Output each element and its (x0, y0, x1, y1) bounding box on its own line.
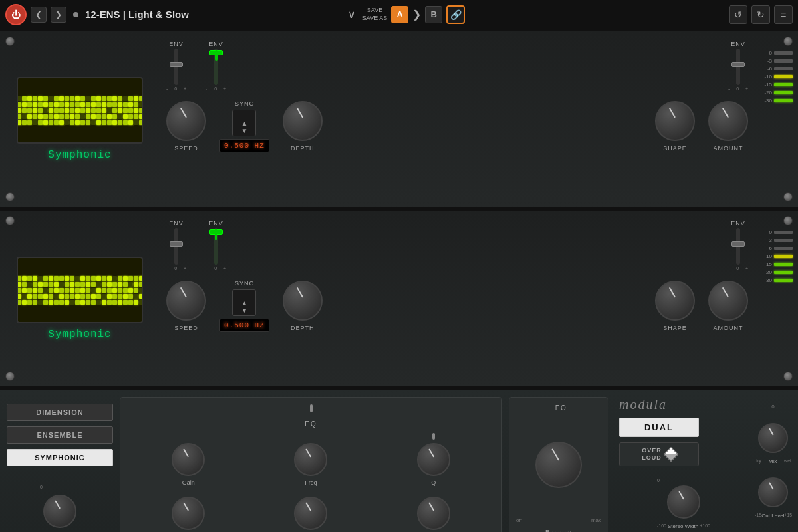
amount-knob-2[interactable] (708, 281, 748, 321)
speed-knob-2[interactable] (166, 281, 206, 321)
screw-tr (783, 37, 793, 46)
symphonic-label-1: Symphonic (48, 149, 111, 161)
shape-label-2: SHAPE (663, 325, 687, 331)
ensemble-button[interactable]: ENSEMBLE (7, 426, 113, 444)
overloud-logo: OVERLOUD (619, 442, 699, 466)
amount-label-1: AMOUNT (714, 145, 743, 152)
sync-box-1[interactable]: ▲ ▼ (232, 110, 256, 136)
mode-panel: DIMENSION ENSEMBLE SYMPHONIC 0 -15 Drive… (7, 397, 113, 532)
eq-panel-label: EQ (127, 420, 495, 428)
mix-zero-label: 0 (771, 404, 774, 410)
eq-panel: EQ Gain Freq Q Gain (120, 397, 502, 532)
env-label-6: ENV (731, 220, 745, 227)
vu-section-1: 0 -3 -6 -10 -15 -20 -30 (755, 37, 798, 201)
eq-gain2-knob[interactable] (172, 497, 205, 530)
freq-display-2: 0.500 HZ (219, 319, 269, 332)
freq-display-1: 0.500 HZ (219, 139, 269, 152)
env-group-4: ENV - 0 + (166, 220, 186, 271)
amount-knob-1[interactable] (708, 101, 748, 141)
b-button[interactable]: B (425, 6, 442, 23)
out-level-knob[interactable] (758, 477, 788, 507)
right-panel: modula DUAL OVERLOUD 0 -100 Stereo Width… (615, 397, 748, 532)
env-slider-3[interactable] (736, 49, 740, 85)
prev-button[interactable]: ❮ (31, 7, 47, 23)
depth-knob-1[interactable] (283, 101, 323, 141)
depth-group-1: DEPTH (283, 101, 323, 152)
save-as-label: SAVE AS (362, 15, 387, 23)
lfo-bottom: off max (516, 517, 601, 523)
lfo-knob[interactable] (535, 442, 582, 488)
power-button[interactable]: ⏻ (5, 4, 27, 25)
env-slider-5[interactable] (214, 228, 218, 265)
env-slider-6[interactable] (736, 228, 740, 265)
eq-freq2-knob[interactable] (294, 497, 327, 530)
speed-knob-1[interactable] (166, 101, 206, 141)
env-group-5: ENV - 0 + (206, 220, 226, 271)
prev-icon: ❮ (35, 10, 42, 19)
led-grid-1 (17, 96, 143, 125)
depth-knob-2[interactable] (283, 281, 323, 321)
symphonic-button[interactable]: SYMPHONIC (7, 449, 113, 466)
eq-q2-group: Q (417, 497, 450, 532)
sync-arrow-down: ▼ (241, 127, 247, 134)
knobs-row-1: SPEED SYNC ▲ ▼ 0.500 HZ DEPTH SHAPE (166, 100, 748, 152)
sync-arrow-up: ▲ (241, 120, 247, 127)
sync-group-2: SYNC ▲ ▼ 0.500 HZ (219, 280, 269, 332)
drive-group: 0 -15 Drive +15 (7, 485, 113, 532)
speed-label-2: SPEED (174, 325, 198, 331)
eq-bottom-row: Gain Freq Q (127, 497, 495, 532)
stereo-width-knob[interactable] (667, 485, 700, 519)
depth-label-2: DEPTH (291, 325, 315, 331)
eq-q-knob[interactable] (417, 443, 450, 476)
sync-group-1: SYNC ▲ ▼ 0.500 HZ (219, 100, 269, 152)
env-row-1: ENV - 0 + ENV (166, 41, 748, 91)
display-section-2: Symphonic (0, 216, 160, 381)
depth-label-1: DEPTH (291, 145, 315, 152)
env-label-1: ENV (169, 41, 184, 47)
screw-br-2 (783, 372, 793, 381)
save-group[interactable]: SAVE SAVE AS (362, 7, 387, 22)
a-button[interactable]: A (391, 6, 408, 23)
top-bar: ⏻ ❮ ❯ 12-ENS | Light & Slow ∨ SAVE SAVE … (0, 0, 798, 29)
redo-button[interactable]: ↻ (751, 5, 770, 24)
drive-knob[interactable] (43, 495, 76, 528)
speed-group-1: SPEED (166, 101, 206, 152)
stereo-group: 0 -100 Stereo Width +100 (619, 478, 748, 529)
rack-unit-1: Symphonic ENV - 0 + ENV (0, 29, 798, 209)
env-slider-2[interactable] (214, 49, 218, 85)
eq-freq-group: Freq (294, 443, 327, 486)
dual-button[interactable]: DUAL (619, 418, 699, 437)
mix-group: dry Mix wet (755, 423, 791, 464)
link-button[interactable]: 🔗 (446, 5, 465, 24)
eq-q2-knob[interactable] (417, 497, 450, 530)
bottom-section: DIMENSION ENSEMBLE SYMPHONIC 0 -15 Drive… (0, 388, 798, 532)
env-group-2: ENV - 0 + (206, 41, 226, 91)
env-slider-1[interactable] (174, 49, 178, 85)
env-label-4: ENV (169, 220, 184, 227)
shape-group-1: SHAPE (655, 101, 695, 152)
eq-gain-knob[interactable] (172, 443, 205, 476)
lfo-random-label: Random (516, 529, 601, 532)
screw-tl-2 (5, 216, 15, 225)
mix-outlevel-column: 0 dry Mix wet -15 Out Level +15 (755, 397, 791, 532)
overloud-diamond-icon (663, 447, 678, 462)
out-level-group: -15 Out Level +15 (755, 477, 791, 519)
shape-knob-2[interactable] (655, 281, 695, 321)
preset-dropdown[interactable]: ∨ (345, 8, 358, 21)
led-grid-2 (17, 276, 143, 305)
eq-freq-knob[interactable] (294, 443, 327, 476)
sync-box-2[interactable]: ▲ ▼ (232, 289, 256, 316)
shape-knob-1[interactable] (655, 101, 695, 141)
env-slider-4[interactable] (174, 228, 178, 265)
mix-knob[interactable] (758, 423, 788, 453)
next-icon: ❯ (55, 10, 62, 19)
lfo-panel: LFO off max Random EQ (509, 397, 608, 532)
vu-led-6 (774, 67, 793, 70)
lfo-off-label: off (516, 517, 522, 523)
dimension-button[interactable]: DIMENSION (7, 404, 113, 421)
screw-br (783, 192, 793, 201)
undo-button[interactable]: ↺ (729, 5, 747, 24)
display-section-1: Symphonic (0, 37, 160, 201)
next-button[interactable]: ❯ (51, 7, 66, 23)
menu-button[interactable]: ≡ (774, 5, 793, 24)
